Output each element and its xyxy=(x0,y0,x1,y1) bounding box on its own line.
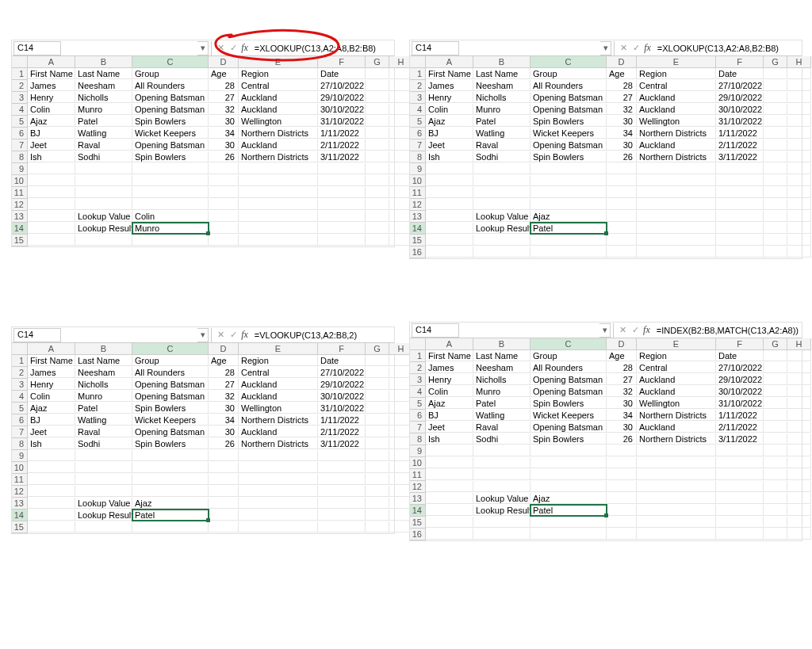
cell-C10[interactable] xyxy=(132,462,209,473)
name-box[interactable]: C14 xyxy=(13,328,61,342)
cell-E8[interactable]: Northern Districts xyxy=(239,438,318,449)
cell-A14[interactable] xyxy=(426,505,473,516)
cell-F15[interactable] xyxy=(318,235,366,246)
row-header-10[interactable]: 10 xyxy=(410,175,426,187)
cell-B15[interactable] xyxy=(473,517,530,528)
cell-G11[interactable] xyxy=(366,474,389,485)
cell-G5[interactable] xyxy=(366,116,389,127)
cell-E12[interactable] xyxy=(637,481,716,492)
cell-B10[interactable] xyxy=(75,175,132,186)
cell-F1[interactable]: Date xyxy=(318,68,366,79)
cell-D9[interactable] xyxy=(209,163,239,174)
cell-G1[interactable] xyxy=(366,68,389,79)
cell-G6[interactable] xyxy=(764,128,787,139)
row-header-2[interactable]: 2 xyxy=(12,367,28,379)
cell-C9[interactable] xyxy=(530,163,607,174)
cell-H3[interactable] xyxy=(787,92,811,103)
cell-B9[interactable] xyxy=(473,163,530,174)
cell-B7[interactable]: Raval xyxy=(75,139,132,151)
cell-D12[interactable] xyxy=(209,199,239,210)
fx-icon[interactable]: fx xyxy=(643,324,650,336)
cell-C10[interactable] xyxy=(530,175,607,186)
cell-F15[interactable] xyxy=(716,517,764,528)
formula-input[interactable]: =VLOOKUP(C13,A2:B8,2) xyxy=(251,330,394,341)
row-header-9[interactable]: 9 xyxy=(410,445,426,457)
cell-G7[interactable] xyxy=(764,422,787,433)
cell-G7[interactable] xyxy=(366,426,389,437)
row-header-5[interactable]: 5 xyxy=(410,116,426,128)
enter-button[interactable]: ✓ xyxy=(227,41,239,55)
cell-A15[interactable] xyxy=(426,235,473,246)
cell-G15[interactable] xyxy=(764,517,787,528)
cell-F8[interactable]: 3/11/2022 xyxy=(318,151,366,162)
cell-E5[interactable]: Wellington xyxy=(637,398,716,409)
row-header-9[interactable]: 9 xyxy=(410,163,426,175)
cell-H10[interactable] xyxy=(787,175,811,186)
column-header-G[interactable]: G xyxy=(366,56,389,68)
formula-input[interactable]: =XLOOKUP(C13,A2:A8,B2:B8) xyxy=(654,43,802,54)
cell-A10[interactable] xyxy=(28,175,75,186)
row-header-2[interactable]: 2 xyxy=(410,362,426,374)
column-header-F[interactable]: F xyxy=(716,56,764,68)
cell-G4[interactable] xyxy=(764,104,787,115)
cell-F2[interactable]: 27/10/2022 xyxy=(318,367,366,378)
cell-C2[interactable]: All Rounders xyxy=(530,80,607,91)
cell-E7[interactable]: Auckland xyxy=(239,139,318,151)
cell-D2[interactable]: 28 xyxy=(607,80,637,91)
cell-E15[interactable] xyxy=(239,235,318,246)
cell-G10[interactable] xyxy=(366,462,389,473)
cell-C7[interactable]: Opening Batsman xyxy=(132,426,209,437)
cell-G2[interactable] xyxy=(366,80,389,91)
cell-H11[interactable] xyxy=(787,187,811,198)
cell-B12[interactable] xyxy=(75,486,132,497)
cell-C12[interactable] xyxy=(530,199,607,210)
cell-A11[interactable] xyxy=(28,187,75,198)
cell-F13[interactable] xyxy=(318,211,366,222)
select-all-corner[interactable] xyxy=(12,56,28,68)
cell-A3[interactable]: Henry xyxy=(426,374,473,385)
cell-H7[interactable] xyxy=(787,139,811,151)
cell-A11[interactable] xyxy=(28,474,75,485)
cell-G12[interactable] xyxy=(764,481,787,492)
cell-A5[interactable]: Ajaz xyxy=(426,116,473,127)
cell-C5[interactable]: Spin Bowlers xyxy=(530,398,607,409)
cell-E13[interactable] xyxy=(239,211,318,222)
cell-H3[interactable] xyxy=(787,374,811,385)
cell-C6[interactable]: Wicket Keepers xyxy=(132,414,209,426)
cell-G2[interactable] xyxy=(366,367,389,378)
cell-F6[interactable]: 1/11/2022 xyxy=(318,414,366,426)
row-header-3[interactable]: 3 xyxy=(410,92,426,104)
row-header-13[interactable]: 13 xyxy=(410,211,426,223)
cell-A9[interactable] xyxy=(28,450,75,461)
cell-F5[interactable]: 31/10/2022 xyxy=(716,398,764,409)
cell-G4[interactable] xyxy=(366,391,389,402)
cell-G3[interactable] xyxy=(366,92,389,103)
cell-D12[interactable] xyxy=(607,481,637,492)
cell-H8[interactable] xyxy=(787,433,811,445)
cell-C8[interactable]: Spin Bowlers xyxy=(530,433,607,445)
cell-C4[interactable]: Opening Batsman xyxy=(530,104,607,115)
cell-G6[interactable] xyxy=(764,410,787,421)
cell-G12[interactable] xyxy=(764,199,787,210)
cell-A10[interactable] xyxy=(426,457,473,468)
cell-F8[interactable]: 3/11/2022 xyxy=(318,438,366,449)
column-header-D[interactable]: D xyxy=(209,343,239,355)
cell-D9[interactable] xyxy=(607,445,637,456)
row-header-8[interactable]: 8 xyxy=(12,151,28,163)
cell-D8[interactable]: 26 xyxy=(209,151,239,162)
cell-D12[interactable] xyxy=(209,486,239,497)
row-header-1[interactable]: 1 xyxy=(410,68,426,80)
cell-C13[interactable]: Ajaz xyxy=(132,498,209,509)
row-header-4[interactable]: 4 xyxy=(12,104,28,116)
row-header-4[interactable]: 4 xyxy=(410,386,426,398)
cell-C15[interactable] xyxy=(132,235,209,246)
cell-E9[interactable] xyxy=(637,163,716,174)
cell-A8[interactable]: Ish xyxy=(28,438,75,449)
cell-B9[interactable] xyxy=(473,445,530,456)
column-header-D[interactable]: D xyxy=(607,56,637,68)
cell-C6[interactable]: Wicket Keepers xyxy=(132,128,209,139)
cell-G2[interactable] xyxy=(764,362,787,373)
cell-F2[interactable]: 27/10/2022 xyxy=(716,80,764,91)
cell-C13[interactable]: Ajaz xyxy=(530,493,607,504)
cell-E4[interactable]: Auckland xyxy=(637,104,716,115)
